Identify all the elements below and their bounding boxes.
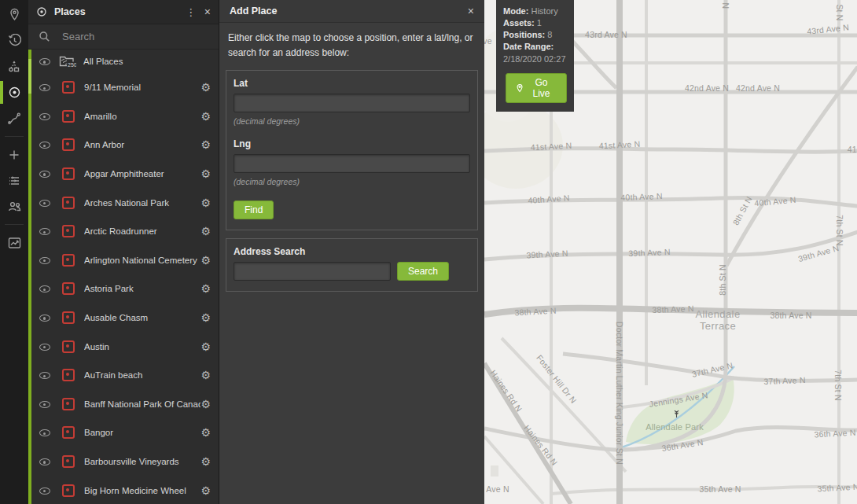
map-pin-icon[interactable]: [0, 2, 28, 28]
close-icon[interactable]: ×: [204, 6, 211, 18]
street-label: N: [721, 2, 730, 9]
add-plus-icon[interactable]: [0, 142, 28, 167]
visibility-eye-icon[interactable]: [39, 399, 51, 410]
gear-icon[interactable]: ⚙: [200, 455, 211, 468]
gear-icon[interactable]: ⚙: [200, 197, 211, 209]
visibility-eye-icon[interactable]: [39, 283, 51, 294]
place-name: Arches National Park: [84, 198, 200, 208]
place-row[interactable]: Ausable Chasm⚙: [31, 304, 219, 333]
go-live-label: Go Live: [527, 77, 556, 99]
places-search-input[interactable]: [61, 30, 189, 43]
go-live-button[interactable]: Go Live: [506, 73, 567, 103]
kebab-menu-icon[interactable]: ⋮: [184, 6, 198, 18]
places-panel-header: Places ⋮ ×: [28, 0, 219, 24]
history-icon[interactable]: [0, 28, 28, 53]
lat-hint: (decimal degrees): [234, 116, 470, 126]
list-scroll-thumb[interactable]: [28, 59, 31, 94]
gear-icon[interactable]: ⚙: [200, 340, 211, 353]
find-button[interactable]: Find: [234, 200, 274, 219]
place-row[interactable]: Big Horn Medicine Wheel⚙: [31, 476, 219, 504]
street-label: Doctor Martin Luther King Junior St N: [615, 322, 624, 465]
visibility-eye-icon[interactable]: [39, 341, 51, 352]
street-label: 7th St N: [835, 215, 844, 246]
place-row[interactable]: 9/11 Memorial⚙: [31, 73, 219, 102]
visibility-eye-icon[interactable]: [39, 456, 51, 467]
street-label: 35th Ave N: [699, 484, 741, 494]
places-panel: Places ⋮ × 250 All Places 9/11 Memorial⚙…: [28, 0, 219, 504]
route-icon[interactable]: [0, 105, 28, 131]
street-label: 40th Ave N: [620, 191, 663, 202]
assets-hierarchy-icon[interactable]: [0, 53, 28, 79]
visibility-eye-icon[interactable]: [39, 255, 51, 266]
gear-icon[interactable]: ⚙: [200, 225, 211, 237]
contacts-icon[interactable]: [0, 193, 28, 219]
place-marker-icon: [62, 484, 75, 497]
visibility-eye-icon[interactable]: [39, 82, 51, 93]
list-settings-icon[interactable]: [0, 167, 28, 193]
gear-icon[interactable]: ⚙: [200, 484, 211, 497]
place-name: Bangor: [84, 428, 200, 437]
street-label: 7th St N: [833, 370, 843, 401]
place-marker-icon: [62, 340, 75, 353]
address-search-label: Address Search: [234, 246, 470, 257]
place-row[interactable]: Arlington National Cemetery⚙: [31, 246, 219, 275]
all-places-row[interactable]: 250 All Places: [31, 50, 219, 73]
list-scroll-track[interactable]: [28, 50, 31, 504]
address-search-input[interactable]: [234, 262, 391, 281]
lng-input[interactable]: [234, 154, 470, 173]
address-search-button[interactable]: Search: [397, 262, 449, 281]
gear-icon[interactable]: ⚙: [200, 369, 211, 381]
place-marker-icon: [62, 167, 75, 180]
place-marker-icon: [62, 81, 75, 94]
add-place-intro: Either click the map to choose a positio…: [228, 31, 476, 60]
sidebar-divider: [5, 224, 24, 225]
positions-value: 8: [547, 30, 552, 39]
place-marker-icon: [62, 311, 75, 324]
place-name: Astoria Park: [84, 284, 200, 293]
gear-icon[interactable]: ⚙: [200, 398, 211, 410]
place-row[interactable]: Ann Arbor⚙: [31, 131, 219, 160]
place-marker-icon: [62, 225, 75, 237]
visibility-eye-icon[interactable]: [39, 139, 51, 150]
lat-input[interactable]: [234, 94, 470, 112]
visibility-eye-icon[interactable]: [39, 56, 51, 67]
place-marker-icon: [62, 138, 75, 151]
visibility-eye-icon[interactable]: [39, 427, 51, 438]
visibility-eye-icon[interactable]: [39, 111, 51, 122]
tracking-status-box: Mode: History Assets: 1 Positions: 8 Dat…: [496, 0, 574, 112]
gear-icon[interactable]: ⚙: [200, 426, 211, 439]
assets-value: 1: [537, 18, 542, 28]
visibility-eye-icon[interactable]: [39, 370, 51, 381]
gear-icon[interactable]: ⚙: [200, 81, 211, 94]
place-row[interactable]: Arches National Park⚙: [31, 188, 219, 217]
map-canvas[interactable]: veNSt N43rd Ave N43rd Ave N42nd Ave N42n…: [484, 0, 857, 504]
visibility-eye-icon[interactable]: [39, 485, 51, 496]
gear-icon[interactable]: ⚙: [200, 138, 211, 151]
gear-icon[interactable]: ⚙: [200, 110, 211, 123]
gear-icon[interactable]: ⚙: [200, 282, 211, 295]
gear-icon[interactable]: ⚙: [200, 311, 211, 324]
place-row[interactable]: Astoria Park⚙: [31, 274, 219, 304]
place-row[interactable]: Banff National Park Of Canada⚙: [31, 390, 219, 419]
visibility-eye-icon[interactable]: [39, 197, 51, 208]
place-row[interactable]: Barboursville Vineyards⚙: [31, 447, 219, 476]
place-row[interactable]: Bangor⚙: [31, 418, 219, 447]
close-icon[interactable]: ×: [468, 5, 474, 17]
address-search-fieldset: Address Search Search: [226, 238, 478, 292]
place-row[interactable]: Austin⚙: [31, 332, 219, 361]
place-row[interactable]: Amarillo⚙: [31, 102, 219, 131]
gear-icon[interactable]: ⚙: [200, 167, 211, 180]
place-name: Ann Arbor: [84, 140, 200, 149]
visibility-eye-icon[interactable]: [39, 168, 51, 179]
left-icon-sidebar: [0, 0, 28, 504]
place-row[interactable]: Arctic Roadrunner⚙: [31, 217, 219, 246]
visibility-eye-icon[interactable]: [39, 226, 51, 237]
places-target-icon[interactable]: [0, 79, 28, 105]
place-row[interactable]: AuTrain beach⚙: [31, 361, 219, 390]
street-label: 43rd Ave N: [585, 30, 627, 39]
gear-icon[interactable]: ⚙: [200, 254, 211, 267]
place-name: Austin: [84, 342, 200, 351]
visibility-eye-icon[interactable]: [39, 312, 51, 323]
place-row[interactable]: Apgar Amphitheater⚙: [31, 160, 219, 189]
reports-chart-icon[interactable]: [0, 230, 28, 256]
